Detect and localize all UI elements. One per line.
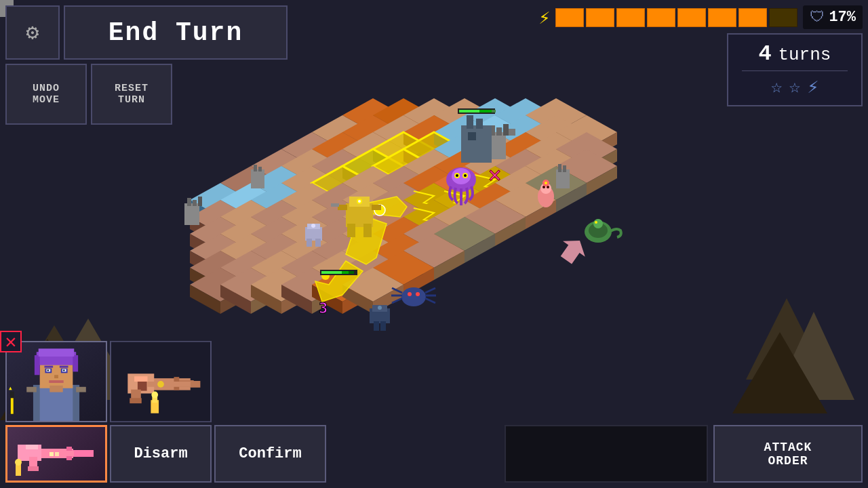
svg-rect-350 bbox=[349, 271, 354, 274]
svg-rect-403 bbox=[47, 369, 49, 371]
svg-rect-329 bbox=[461, 125, 492, 163]
lightning-icon: ⚡ bbox=[807, 75, 818, 98]
svg-rect-434 bbox=[26, 445, 38, 449]
end-turn-button[interactable]: End Turn bbox=[64, 5, 288, 60]
character-section: ✕ bbox=[5, 341, 326, 422]
svg-rect-342 bbox=[338, 205, 347, 210]
reset-turn-button[interactable]: RESETTURN bbox=[91, 64, 172, 125]
reset-turn-label: RESETTURN bbox=[115, 83, 149, 106]
character-portrait: ▲ bbox=[5, 341, 107, 422]
svg-point-355 bbox=[311, 224, 315, 228]
turns-divider bbox=[742, 70, 848, 71]
svg-point-374 bbox=[595, 221, 597, 224]
svg-point-361 bbox=[464, 174, 467, 177]
energy-segment-3 bbox=[616, 8, 645, 27]
character-row: ▲ bbox=[5, 341, 326, 422]
svg-rect-322 bbox=[184, 203, 199, 225]
dismiss-button[interactable]: ✕ bbox=[0, 331, 22, 352]
svg-rect-319 bbox=[496, 127, 502, 136]
svg-rect-408 bbox=[49, 380, 63, 383]
svg-rect-410 bbox=[76, 387, 86, 392]
energy-segment-5 bbox=[677, 8, 706, 27]
disarm-button[interactable]: Disarm bbox=[110, 425, 212, 483]
svg-rect-383 bbox=[374, 321, 379, 331]
svg-rect-344 bbox=[331, 203, 339, 207]
svg-point-380 bbox=[545, 182, 547, 184]
shield-percent: 17% bbox=[829, 9, 856, 26]
turns-label: turns bbox=[778, 45, 831, 65]
svg-rect-404 bbox=[63, 369, 65, 371]
weapon-action-box[interactable] bbox=[5, 425, 107, 483]
svg-rect-412 bbox=[11, 398, 14, 413]
svg-rect-419 bbox=[148, 382, 194, 387]
confirm-label: Confirm bbox=[239, 445, 301, 462]
top-row: ⚙ End Turn bbox=[5, 5, 288, 60]
top-left-controls: ⚙ End Turn UNDOMOVE RESETTURN bbox=[5, 5, 288, 125]
settings-icon: ⚙ bbox=[26, 19, 39, 46]
svg-text:▲: ▲ bbox=[9, 385, 12, 391]
star-icon-1: ☆ bbox=[771, 75, 783, 98]
weapon-box bbox=[110, 341, 212, 422]
turns-count: 4 bbox=[759, 41, 772, 66]
svg-rect-406 bbox=[60, 366, 68, 368]
svg-rect-354 bbox=[315, 239, 321, 247]
energy-segment-8 bbox=[769, 8, 797, 27]
svg-rect-349 bbox=[342, 271, 349, 274]
svg-rect-405 bbox=[44, 366, 53, 368]
energy-segment-7 bbox=[738, 8, 767, 27]
bottom-left-panel: ✕ bbox=[5, 341, 326, 483]
svg-rect-326 bbox=[251, 169, 264, 188]
svg-point-369 bbox=[408, 292, 412, 296]
svg-rect-328 bbox=[258, 167, 262, 171]
action-row: Disarm Confirm bbox=[5, 425, 326, 483]
svg-point-360 bbox=[456, 174, 458, 177]
svg-rect-424 bbox=[130, 398, 142, 403]
energy-segment-1 bbox=[555, 8, 584, 27]
settings-button[interactable]: ⚙ bbox=[5, 5, 60, 60]
energy-bar-row: ⚡ 🛡 17% bbox=[539, 5, 863, 29]
svg-rect-422 bbox=[138, 382, 147, 391]
top-right-hud: ⚡ 🛡 17% 4 turns ☆ ☆ ⚡ bbox=[539, 5, 863, 106]
attack-order-button[interactable]: ATTACKORDER bbox=[713, 425, 863, 483]
svg-rect-324 bbox=[193, 200, 197, 206]
star-icon-2: ☆ bbox=[789, 75, 801, 98]
energy-segment-2 bbox=[586, 8, 614, 27]
disarm-label: Disarm bbox=[134, 445, 187, 462]
turns-display: 4 turns bbox=[742, 41, 848, 66]
svg-rect-394 bbox=[50, 386, 62, 392]
energy-segment-6 bbox=[708, 8, 736, 27]
svg-point-346 bbox=[358, 200, 361, 203]
svg-rect-337 bbox=[492, 110, 496, 113]
svg-rect-421 bbox=[134, 376, 147, 382]
energy-segment-4 bbox=[647, 8, 675, 27]
shield-info: 🛡 17% bbox=[803, 5, 863, 29]
svg-rect-338 bbox=[346, 203, 373, 227]
svg-rect-321 bbox=[509, 129, 515, 136]
attack-order-label: ATTACKORDER bbox=[764, 441, 812, 468]
svg-rect-438 bbox=[50, 452, 54, 456]
svg-text:3: 3 bbox=[319, 300, 328, 317]
weapon-svg bbox=[111, 341, 210, 422]
svg-rect-387 bbox=[558, 164, 561, 172]
svg-point-428 bbox=[151, 392, 158, 399]
svg-rect-384 bbox=[380, 321, 386, 331]
svg-rect-341 bbox=[363, 224, 372, 237]
svg-rect-323 bbox=[187, 198, 191, 206]
confirm-button[interactable]: Confirm bbox=[214, 425, 326, 483]
svg-rect-332 bbox=[468, 132, 476, 140]
svg-rect-336 bbox=[486, 110, 492, 113]
portrait-svg: ▲ bbox=[7, 341, 106, 422]
undo-move-button[interactable]: UNDOMOVE bbox=[5, 64, 87, 125]
svg-rect-397 bbox=[73, 355, 78, 371]
svg-rect-409 bbox=[26, 387, 37, 392]
svg-rect-420 bbox=[191, 381, 201, 388]
svg-point-425 bbox=[157, 381, 164, 388]
svg-rect-398 bbox=[39, 348, 75, 357]
info-box bbox=[505, 425, 708, 483]
svg-rect-320 bbox=[503, 124, 509, 136]
svg-rect-407 bbox=[54, 375, 58, 378]
svg-text:✕: ✕ bbox=[488, 161, 501, 187]
weapon-action-icon bbox=[12, 428, 100, 479]
svg-point-385 bbox=[378, 306, 382, 310]
svg-rect-343 bbox=[372, 205, 381, 210]
